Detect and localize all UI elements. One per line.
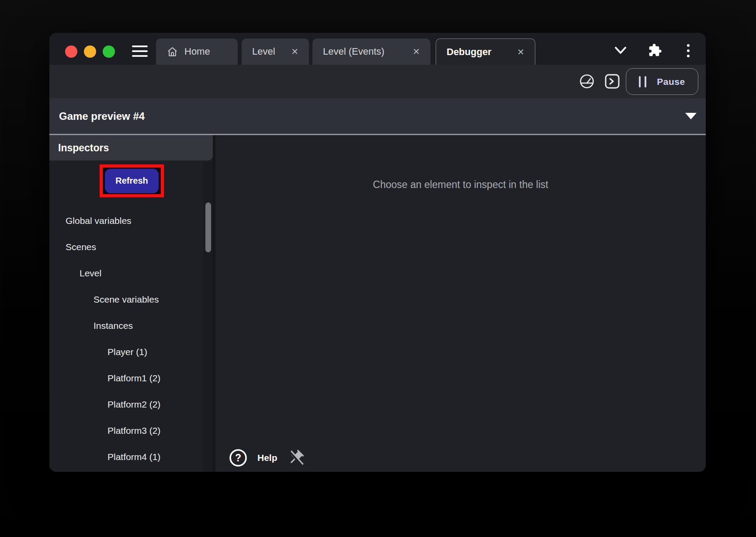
game-preview-title: Game preview #4: [59, 98, 145, 134]
tab-bar: Home Level ✕ Level (Events) ✕ Debugger ✕: [49, 33, 706, 65]
tree-item-scenes[interactable]: Scenes: [49, 234, 203, 260]
window-maximize-button[interactable]: [103, 45, 115, 58]
window-minimize-button[interactable]: [84, 45, 96, 58]
tab-debugger-label: Debugger: [447, 46, 492, 58]
debugger-window: Home Level ✕ Level (Events) ✕ Debugger ✕: [49, 33, 706, 472]
pause-button[interactable]: Pause: [626, 68, 698, 95]
tree-item-instances[interactable]: Instances: [49, 313, 203, 339]
game-preview-header[interactable]: Game preview #4: [49, 98, 706, 134]
svg-text:?: ?: [235, 452, 241, 464]
tab-home-label: Home: [184, 46, 210, 57]
kebab-menu-icon[interactable]: [687, 44, 690, 59]
tab-level-label: Level: [252, 46, 275, 57]
debugger-toolbar: Pause: [49, 65, 706, 98]
tab-level-events-label: Level (Events): [323, 46, 385, 57]
profiler-gauge-icon[interactable]: [579, 73, 595, 90]
home-icon: [166, 46, 178, 58]
tree-item-platform3-2[interactable]: Platform3 (2): [49, 418, 203, 444]
annotation-highlight: Refresh: [100, 164, 164, 197]
chevron-down-icon[interactable]: [614, 45, 627, 55]
empty-state-message: Choose an element to inspect in the list: [215, 179, 706, 191]
tree-item-global-variables[interactable]: Global variables: [49, 208, 203, 234]
pause-icon: [639, 76, 646, 87]
tab-level[interactable]: Level ✕: [242, 38, 309, 65]
tree-item-platform4-1[interactable]: Platform4 (1): [49, 444, 203, 470]
help-icon[interactable]: ?: [229, 448, 248, 467]
inspector-tree: Global variablesScenesLevelScene variabl…: [49, 208, 203, 470]
close-icon[interactable]: ✕: [517, 48, 524, 56]
inspectors-sidebar: Inspectors Refresh Global variablesScene…: [49, 135, 213, 472]
tab-level-events[interactable]: Level (Events) ✕: [312, 38, 430, 65]
help-button[interactable]: Help: [257, 453, 277, 463]
desktop: { "window": { "tabs": [ {"label": "Home"…: [0, 0, 756, 537]
help-row: ? Help: [229, 446, 305, 469]
tab-debugger[interactable]: Debugger ✕: [436, 38, 535, 65]
extensions-puzzle-icon[interactable]: [648, 43, 662, 57]
scrollbar-thumb[interactable]: [205, 202, 211, 252]
tab-home[interactable]: Home: [156, 38, 238, 65]
dropdown-caret-icon[interactable]: [685, 113, 697, 119]
tree-item-level[interactable]: Level: [49, 260, 203, 286]
refresh-button[interactable]: Refresh: [105, 169, 159, 193]
close-icon[interactable]: ✕: [413, 47, 420, 56]
inspectors-header: Inspectors: [49, 135, 213, 160]
unpin-icon[interactable]: [287, 449, 305, 467]
pause-button-label: Pause: [657, 77, 685, 87]
close-icon[interactable]: ✕: [291, 47, 298, 56]
inspector-detail-area: Choose an element to inspect in the list…: [215, 135, 706, 472]
tree-item-platform1-2[interactable]: Platform1 (2): [49, 365, 203, 391]
tree-item-player-1[interactable]: Player (1): [49, 339, 203, 365]
menu-icon[interactable]: [132, 45, 148, 57]
tree-item-scene-variables[interactable]: Scene variables: [49, 286, 203, 313]
console-icon[interactable]: [604, 73, 621, 90]
window-close-button[interactable]: [65, 45, 77, 58]
tree-item-platform2-2[interactable]: Platform2 (2): [49, 391, 203, 418]
debugger-content: Inspectors Refresh Global variablesScene…: [49, 135, 706, 472]
